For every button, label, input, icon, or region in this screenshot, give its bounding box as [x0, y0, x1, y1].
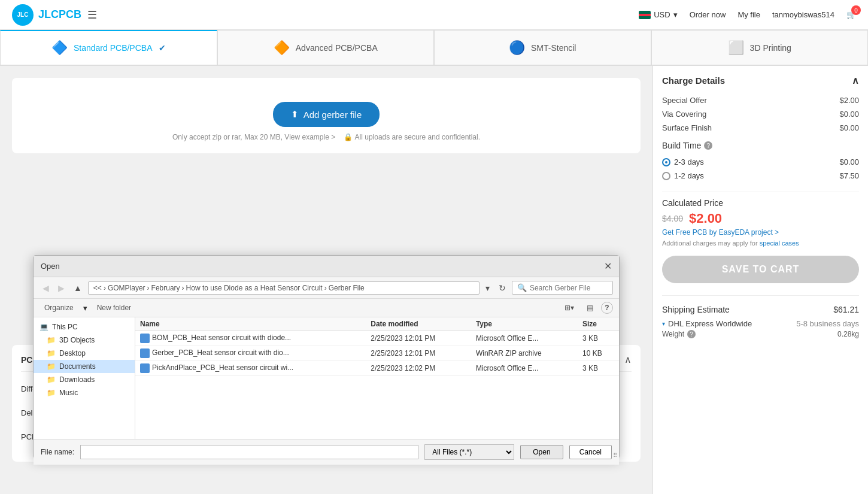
help-button[interactable]: ?: [601, 302, 613, 314]
shipping-section: Shipping Estimate $61.21 ▾ DHL Express W…: [662, 295, 859, 340]
specs-collapse-icon[interactable]: ∧: [624, 354, 632, 365]
upload-area: ⬆ Add gerber file Only accept zip or rar…: [12, 78, 641, 153]
price-2-3-days: $0.00: [839, 157, 859, 166]
col-type[interactable]: Type: [471, 317, 578, 331]
tab-printing[interactable]: ⬜ 3D Printing: [651, 30, 869, 65]
order-now-link[interactable]: Order now: [690, 10, 726, 19]
secure-text: All uploads are secure and confidential.: [355, 133, 480, 141]
user-link[interactable]: tanmoybiswas514: [772, 10, 834, 19]
build-time-label: Build Time ?: [662, 141, 859, 150]
search-input[interactable]: [530, 284, 608, 292]
breadcrumb-february[interactable]: February: [151, 284, 180, 292]
dialog-title: Open: [41, 262, 60, 271]
search-icon: 🔍: [517, 283, 527, 292]
upload-hint-text: Only accept zip or rar, Max 20 MB, View …: [172, 133, 335, 141]
tab-printing-label: 3D Printing: [750, 43, 791, 53]
sidebar: Charge Details ∧ Special Offer$2.00Via C…: [652, 66, 868, 494]
weight-help[interactable]: ?: [687, 330, 696, 338]
table-row[interactable]: PickAndPlace_PCB_Heat sensor circuit wi.…: [135, 361, 619, 376]
breadcrumb-gomeplayer[interactable]: GOMPlayer: [108, 284, 145, 292]
tab-stencil[interactable]: 🔵 SMT-Stencil: [434, 30, 651, 65]
dialog-sidebar: 💻 This PC 📁 3D Objects 📁 Desktop 📁: [34, 317, 135, 439]
main: ⬆ Add gerber file Only accept zip or rar…: [0, 66, 868, 494]
organize-button[interactable]: Organize: [40, 302, 78, 314]
cancel-button[interactable]: Cancel: [569, 445, 612, 459]
charge-title: Charge Details: [662, 75, 725, 86]
tab-standard-label: Standard PCB/PCBA: [74, 43, 153, 53]
folder-music-icon: 📁: [47, 389, 56, 397]
charge-header: Charge Details ∧: [662, 75, 859, 86]
logo[interactable]: JLC JLCPCB: [12, 4, 81, 26]
search-box: 🔍: [512, 281, 613, 295]
special-cases-link[interactable]: special cases: [760, 240, 799, 247]
col-name[interactable]: Name: [135, 317, 366, 331]
new-folder-button[interactable]: New folder: [92, 302, 136, 314]
sidebar-downloads[interactable]: 📁 Downloads: [34, 373, 135, 386]
sidebar-this-pc[interactable]: 💻 This PC: [34, 320, 135, 334]
printing-icon: ⬜: [728, 40, 744, 56]
currency-selector[interactable]: USD ▾: [639, 10, 677, 19]
forward-button[interactable]: ▶: [55, 282, 68, 294]
upload-button[interactable]: ⬆ Add gerber file: [273, 102, 380, 127]
filetype-select[interactable]: All Files (*.*): [424, 444, 514, 460]
table-row[interactable]: Gerber_PCB_Heat sensor circuit with dio.…: [135, 346, 619, 361]
tab-standard[interactable]: 🔷 Standard PCB/PCBA ✔: [0, 30, 217, 65]
tab-advanced[interactable]: 🔶 Advanced PCB/PCBA: [217, 30, 435, 65]
price-1-2-days: $7.50: [839, 171, 859, 180]
dialog-close-button[interactable]: ✕: [604, 260, 612, 272]
advanced-icon: 🔶: [274, 40, 290, 56]
dropdown-button[interactable]: ▾: [482, 282, 493, 294]
sidebar-music[interactable]: 📁 Music: [34, 386, 135, 399]
chevron-icon: ▾: [662, 320, 665, 327]
breadcrumb: << › GOMPlayer › February › How to use D…: [88, 281, 479, 295]
dialog-footer: File name: All Files (*.*) Open Cancel: [34, 439, 619, 465]
save-to-cart-button[interactable]: SAVE TO CART: [662, 256, 859, 283]
breadcrumb-circuit[interactable]: How to use Diode as a Heat Sensor Circui…: [186, 284, 323, 292]
checkmark-icon: ✔: [159, 43, 166, 53]
pane-toggle-button[interactable]: ▤: [582, 302, 598, 314]
calc-price-label: Calculated Price: [662, 198, 859, 208]
content-area: ⬆ Add gerber file Only accept zip or rar…: [0, 66, 652, 494]
back-button[interactable]: ◀: [40, 282, 52, 294]
calculated-price: Calculated Price $4.00 $2.00 Get Free PC…: [662, 192, 859, 247]
my-file-link[interactable]: My file: [738, 10, 760, 19]
charge-collapse-icon[interactable]: ∧: [852, 75, 859, 86]
currency-label: USD: [654, 10, 670, 19]
build-time-help[interactable]: ?: [704, 141, 712, 150]
up-button[interactable]: ▲: [71, 282, 85, 294]
refresh-button[interactable]: ↻: [496, 282, 509, 294]
open-button[interactable]: Open: [520, 445, 563, 459]
table-row[interactable]: BOM_PCB_Heat sensor circuit with diode..…: [135, 331, 619, 346]
logo-text: JLCPCB: [38, 8, 81, 21]
shipping-method[interactable]: ▾ DHL Express Worldwide 5-8 business day…: [662, 319, 859, 328]
free-pcb-link[interactable]: Get Free PCB by EasyEDA project >: [662, 228, 859, 237]
col-size[interactable]: Size: [578, 317, 619, 331]
weight-label: Weight ?: [662, 330, 696, 338]
tab-advanced-label: Advanced PCB/PCBA: [296, 43, 378, 53]
charge-items: Special Offer$2.00Via Covering$0.00Surfa…: [662, 93, 859, 135]
sidebar-desktop[interactable]: 📁 Desktop: [34, 347, 135, 360]
view-toggle-button[interactable]: ⊞▾: [560, 302, 579, 314]
breadcrumb-gerber[interactable]: Gerber File: [329, 284, 365, 292]
sidebar-documents[interactable]: 📁 Documents: [34, 360, 135, 373]
price-display: $4.00 $2.00: [662, 211, 859, 226]
filename-input[interactable]: [80, 445, 418, 459]
resize-handle[interactable]: ⠿: [613, 452, 619, 458]
label-2-3-days: 2-3 days: [674, 157, 704, 166]
lock-icon: 🔒: [344, 133, 353, 141]
col-date[interactable]: Date modified: [366, 317, 471, 331]
upload-label: Add gerber file: [304, 110, 362, 120]
tab-stencil-label: SMT-Stencil: [531, 43, 576, 53]
radio-1-2-days[interactable]: [662, 172, 670, 180]
radio-2-3-days[interactable]: [662, 158, 670, 166]
sidebar-documents-label: Documents: [59, 362, 96, 371]
sidebar-3d-objects[interactable]: 📁 3D Objects: [34, 334, 135, 347]
dialog-nav: ◀ ▶ ▲ << › GOMPlayer › February › How to…: [34, 277, 619, 299]
charge-row: Special Offer$2.00: [662, 93, 859, 107]
shipping-method-time: 5-8 business days: [796, 319, 859, 328]
cart-button[interactable]: 🛒 0: [846, 10, 856, 19]
charge-row: Via Covering$0.00: [662, 107, 859, 121]
sidebar-music-label: Music: [59, 389, 78, 397]
breadcrumb-root: <<: [93, 284, 102, 292]
hamburger-menu[interactable]: ☰: [87, 8, 97, 22]
